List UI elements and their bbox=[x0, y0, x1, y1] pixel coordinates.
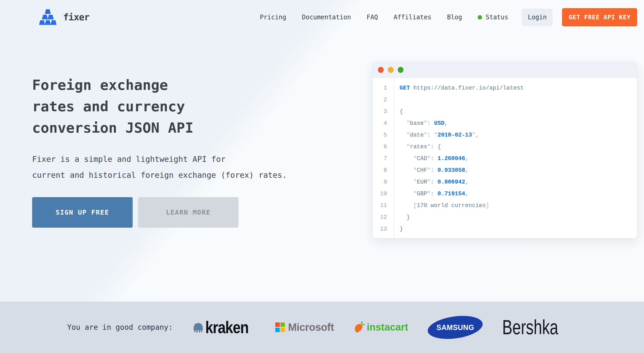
microsoft-wordmark: Microsoft bbox=[288, 321, 334, 333]
kraken-icon bbox=[192, 322, 204, 333]
subtitle-line-1: Fixer is a simple and lightweight API fo… bbox=[32, 151, 319, 167]
nav-links: PricingDocumentationFAQAffiliatesBlog bbox=[260, 14, 462, 21]
code-line: "GBP": 0.719154, bbox=[394, 188, 637, 200]
line-number: 4 bbox=[373, 117, 394, 129]
samsung-oval-icon: SAMSUNG bbox=[426, 313, 484, 342]
code-line bbox=[394, 94, 637, 106]
line-number: 10 bbox=[373, 188, 394, 200]
brand-logo[interactable]: fixer bbox=[39, 9, 89, 25]
nav-link-affiliates[interactable]: Affiliates bbox=[394, 14, 431, 21]
page-title: Foreign exchange rates and currency conv… bbox=[32, 74, 319, 139]
nav-link-pricing[interactable]: Pricing bbox=[260, 14, 286, 21]
nav-link-faq[interactable]: FAQ bbox=[367, 14, 378, 21]
line-number: 9 bbox=[373, 176, 394, 188]
title-line-1: Foreign exchange bbox=[32, 74, 319, 96]
line-number: 6 bbox=[373, 141, 394, 153]
code-line: GET https://data.fixer.io/api/latest bbox=[394, 82, 637, 94]
companies-band: You are in good company: kraken Mi bbox=[0, 302, 644, 353]
line-number: 13 bbox=[373, 223, 394, 235]
hero-section: fixer PricingDocumentationFAQAffiliatesB… bbox=[0, 0, 644, 302]
line-number: 3 bbox=[373, 106, 394, 117]
close-window-icon[interactable] bbox=[378, 67, 384, 73]
line-number: 11 bbox=[373, 200, 394, 211]
code-line: { bbox=[394, 106, 637, 117]
microsoft-icon bbox=[275, 322, 285, 332]
brand-name: fixer bbox=[63, 12, 89, 22]
line-number: 7 bbox=[373, 153, 394, 164]
code-line: "rates": { bbox=[394, 141, 637, 153]
window-titlebar bbox=[373, 62, 637, 78]
code-line: "CAD": 1.260046, bbox=[394, 153, 637, 164]
code-line: } bbox=[394, 223, 637, 235]
code-window: 1GET https://data.fixer.io/api/latest23{… bbox=[372, 62, 637, 238]
code-body: 1GET https://data.fixer.io/api/latest23{… bbox=[373, 78, 637, 238]
kraken-wordmark: kraken bbox=[205, 318, 248, 337]
status-link[interactable]: Status bbox=[478, 14, 508, 21]
sign-up-free-button[interactable]: SIGN UP FREE bbox=[32, 197, 133, 228]
code-line: "base": USD, bbox=[394, 117, 637, 129]
code-line: "EUR": 0.806942, bbox=[394, 176, 637, 188]
code-line: "date": "2018-02-13", bbox=[394, 129, 637, 141]
nav-link-documentation[interactable]: Documentation bbox=[302, 14, 351, 21]
code-lines: 1GET https://data.fixer.io/api/latest23{… bbox=[373, 82, 637, 235]
line-number: 1 bbox=[373, 82, 394, 94]
nav-menu: PricingDocumentationFAQAffiliatesBlog St… bbox=[260, 8, 637, 26]
top-nav: fixer PricingDocumentationFAQAffiliatesB… bbox=[0, 0, 644, 34]
line-number: 12 bbox=[373, 211, 394, 223]
line-number: 8 bbox=[373, 164, 394, 176]
companies-label: You are in good company: bbox=[67, 323, 173, 332]
subtitle-line-2: current and historical foreign exchange … bbox=[32, 167, 319, 183]
instacart-carrot-icon bbox=[353, 321, 365, 334]
hero-subtitle: Fixer is a simple and lightweight API fo… bbox=[32, 151, 319, 183]
login-button[interactable]: Login bbox=[522, 9, 553, 26]
learn-more-button[interactable]: LEARN MORE bbox=[138, 197, 238, 228]
line-number: 2 bbox=[373, 94, 394, 106]
status-label: Status bbox=[485, 14, 508, 21]
logo-bershka: Bershka bbox=[502, 315, 577, 339]
maximize-window-icon[interactable] bbox=[398, 67, 403, 73]
get-free-api-key-button[interactable]: GET FREE API KEY bbox=[562, 8, 637, 26]
samsung-wordmark: SAMSUNG bbox=[436, 323, 474, 332]
logo-kraken: kraken bbox=[192, 318, 256, 337]
title-line-2: rates and currency bbox=[32, 96, 319, 117]
nav-link-blog[interactable]: Blog bbox=[447, 14, 462, 21]
hero-buttons: SIGN UP FREE LEARN MORE bbox=[32, 197, 319, 228]
instacart-wordmark: instacart bbox=[367, 322, 408, 333]
code-line: "CHF": 0.933058, bbox=[394, 164, 637, 176]
bershka-wordmark: Bershka bbox=[502, 315, 558, 339]
minimize-window-icon[interactable] bbox=[388, 67, 394, 73]
status-dot-icon bbox=[478, 15, 482, 20]
logo-instacart: instacart bbox=[353, 321, 408, 334]
title-line-3: conversion JSON API bbox=[32, 117, 319, 139]
code-line: [170 world currencies] bbox=[394, 200, 637, 211]
fixer-logo-icon bbox=[39, 9, 56, 25]
hero-copy: Foreign exchange rates and currency conv… bbox=[32, 74, 319, 228]
fixer-landing-page: fixer PricingDocumentationFAQAffiliatesB… bbox=[0, 0, 644, 353]
logo-microsoft: Microsoft bbox=[275, 321, 334, 333]
code-line: } bbox=[394, 211, 637, 223]
gutter-divider bbox=[394, 78, 394, 238]
logo-samsung: SAMSUNG bbox=[428, 316, 483, 338]
line-number: 5 bbox=[373, 129, 394, 141]
